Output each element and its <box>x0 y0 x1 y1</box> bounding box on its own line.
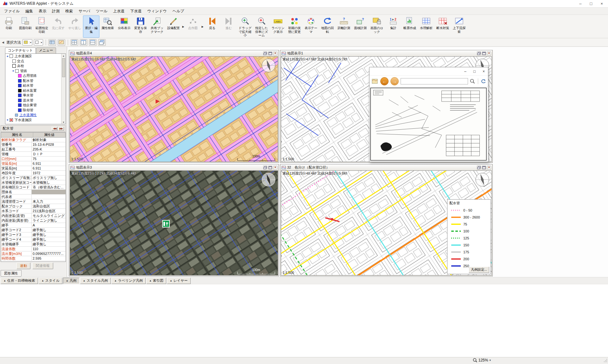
menu-window[interactable]: ウィンドウ <box>144 8 169 15</box>
distribution-button[interactable]: 分布表示 <box>116 15 132 38</box>
drag-zoom-button[interactable]: ドラッグで拡大縮小 <box>237 15 253 38</box>
table-row[interactable]: 浅埋管理コード未入力 <box>1 199 66 204</box>
menu-help[interactable]: ヘルプ <box>170 8 187 15</box>
zoom-scale-button[interactable]: 指定した倍率にズーム <box>253 15 270 38</box>
scroll-down-icon[interactable]: ▼ <box>62 120 65 124</box>
scrollbar-thumb[interactable] <box>62 58 65 77</box>
tree-item-service-pipe[interactable]: 給水管 <box>5 83 66 88</box>
close-icon[interactable]: × <box>483 69 485 74</box>
table-row[interactable]: 水管橋更新状況コード水管橋無し <box>1 180 66 185</box>
map1-titlebar[interactable]: 地図表示1 × <box>281 50 492 56</box>
table-row[interactable]: 所有権区分コード市（移管済み含む... <box>1 185 66 190</box>
resize-grip[interactable] <box>604 359 607 363</box>
next-record-button[interactable]: ▶▶ <box>58 127 64 131</box>
tree-item-other-company-pipe[interactable]: 他企業管 <box>5 103 66 108</box>
tree-item-service-device[interactable]: 給水装置 <box>5 88 66 93</box>
table-row[interactable]: 起工番号Z05-K <box>1 147 66 152</box>
report-button[interactable]: 帳票作成 <box>402 15 418 38</box>
table-row[interactable]: 流出量[m3/h]0.0996527777777... <box>1 251 66 256</box>
map-edit-button[interactable] <box>58 39 65 46</box>
checkbox[interactable] <box>10 54 13 58</box>
save-button[interactable]: 変更を保存 <box>132 15 149 38</box>
table-row[interactable]: 代表者 <box>1 194 66 199</box>
scroll-up-icon[interactable]: ▲ <box>62 54 65 58</box>
display-theme-button[interactable]: 表示テーマ <box>303 15 319 38</box>
prev-record-button[interactable]: ◀◀ <box>52 127 57 131</box>
tab-shape-attributes[interactable]: 図形属性 <box>1 270 22 277</box>
tree-item-water-attributes[interactable]: 上水道属性 <box>5 113 66 118</box>
print-button[interactable]: 印刷 <box>1 15 17 38</box>
checkbox[interactable] <box>12 64 16 68</box>
back-icon[interactable]: ← <box>380 77 389 85</box>
checkbox[interactable] <box>10 118 13 122</box>
tree-item-transmission-pipe[interactable]: 送水管 <box>5 98 66 103</box>
back-button[interactable]: 戻る <box>204 15 220 38</box>
window-maximize-icon[interactable] <box>482 52 486 55</box>
table-row[interactable]: 水系コード211浅和台低区 <box>1 209 66 213</box>
menu-view[interactable]: 表示 <box>36 8 49 15</box>
search-icon[interactable] <box>470 79 475 84</box>
tab-labeling-legend[interactable]: ▲ラベリング凡例 <box>111 278 146 284</box>
expander-icon[interactable]: ◆ <box>12 70 14 72</box>
window-maximize-icon[interactable] <box>482 166 486 170</box>
tab-container-set[interactable]: コンテナセット <box>5 47 36 53</box>
tab-style-legend[interactable]: ▲スタイル凡例 <box>80 278 111 284</box>
window-restore-icon[interactable] <box>477 166 481 170</box>
reset-state-button[interactable]: 初期の状態に変更 <box>286 15 303 38</box>
tree-item-valve[interactable]: 弁栓 <box>5 64 66 69</box>
window-close-icon[interactable]: × <box>273 166 277 170</box>
close-icon[interactable]: × <box>600 1 603 6</box>
table-row[interactable]: 水管橋継手継手無し <box>1 242 66 247</box>
viewer-titlebar[interactable]: – □ × <box>370 67 488 76</box>
map3-canvas[interactable] <box>70 171 278 275</box>
table-row[interactable]: 解析対象フラグ解析対象 <box>1 138 66 142</box>
map-rotate-button[interactable]: 地図の回転 <box>319 15 336 38</box>
drawing-print-button[interactable]: 図面印刷 <box>17 15 34 38</box>
redo-button[interactable]: やり直し <box>66 15 83 38</box>
app-titlebar[interactable]: WATERS-WEB Applet - デモシステム – □ × <box>0 0 608 8</box>
menu-tools[interactable]: ツール <box>93 8 111 15</box>
tile-vertical-button[interactable] <box>80 39 87 46</box>
attribute-search-button[interactable]: 属性検索 <box>99 15 116 38</box>
select-edit-button[interactable]: 選択・編集 <box>83 15 99 38</box>
window-restore-icon[interactable] <box>263 52 267 55</box>
table-row[interactable]: 実延長[m]6.911 <box>1 166 66 171</box>
maximize-icon[interactable]: □ <box>473 69 476 74</box>
refresh-icon[interactable] <box>481 79 486 84</box>
table-row[interactable]: 継手コード4継手無し <box>1 237 66 242</box>
distance-measure-button[interactable]: ?距離計測 <box>336 15 352 38</box>
window-restore-icon[interactable] <box>263 166 267 170</box>
shared-bookmark-button[interactable]: 共有ブックマーク <box>149 15 165 38</box>
tree-item-occupied-pipe[interactable]: 占用管路 <box>5 73 66 78</box>
table-row[interactable]: 布設年度1972 <box>1 171 66 176</box>
table-row[interactable]: 管種ＤＩＰ <box>1 152 66 157</box>
expander-icon[interactable]: ◆ <box>7 55 8 58</box>
minimize-icon[interactable]: – <box>579 1 581 6</box>
maximize-icon[interactable]: □ <box>590 1 592 6</box>
flow-trace-button[interactable]: 上下流探索 <box>451 15 467 38</box>
tab-menu[interactable]: メニュー <box>36 47 56 53</box>
table-row[interactable]: 継手コード3継手無し <box>1 232 66 237</box>
tree-item-sewer-facility[interactable]: ◆下水道施設 <box>5 118 66 123</box>
selection-shape-combo[interactable]: ▾ <box>22 39 32 46</box>
tab-layer[interactable]: ▲レイヤー <box>167 278 191 284</box>
table-row[interactable]: 継手A <box>1 223 66 228</box>
viewer-content[interactable] <box>370 87 488 162</box>
map4-canvas[interactable] <box>70 57 278 162</box>
tab-style[interactable]: ▲スタイル <box>39 278 62 284</box>
selection-mode-combo[interactable]: ▾ <box>34 39 43 46</box>
window-close-icon[interactable]: × <box>273 52 277 55</box>
tree-item-junction[interactable]: 交点 <box>5 59 66 64</box>
table-row[interactable]: ポリスリーブ有無コードポリスリブ無し <box>1 176 66 180</box>
undo-button[interactable]: 元に戻す <box>50 15 66 38</box>
table-row[interactable]: 継手コード2継手無し <box>1 228 66 232</box>
area-measure-button[interactable]: ?面積計測 <box>352 15 369 38</box>
table-row[interactable]: 内面塗装(直管)モルタルライニング <box>1 213 66 218</box>
expander-icon[interactable]: ◆ <box>7 119 8 121</box>
map3-titlebar[interactable]: 地図表示3 × <box>70 164 278 170</box>
tree-item-water-facility[interactable]: ◆上水道施設 <box>5 54 66 59</box>
table-row[interactable]: 管延長[m]6.911 <box>1 161 66 166</box>
map32-titlebar[interactable]: 32 色分け（配水管口径） × <box>281 164 492 170</box>
tab-address-search[interactable]: ▲住所・目標物検索 <box>1 278 38 284</box>
menu-water-supply[interactable]: 上水道 <box>110 8 127 15</box>
